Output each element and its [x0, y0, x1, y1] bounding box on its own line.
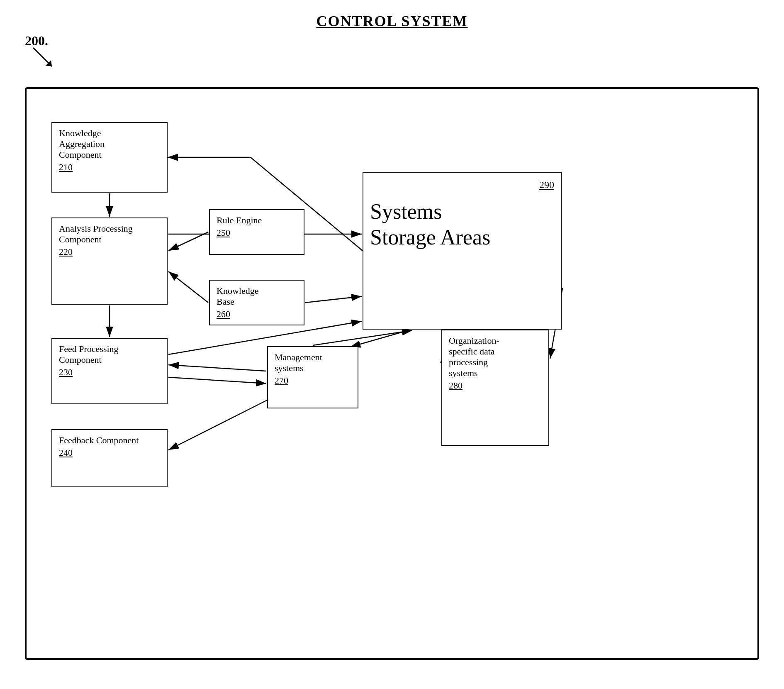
svg-line-10: [313, 330, 412, 345]
svg-line-12: [168, 365, 266, 371]
box-220: Analysis ProcessingComponent 220: [51, 217, 168, 305]
box-260: KnowledgeBase 260: [209, 280, 304, 325]
box-210: KnowledgeAggregationComponent 210: [51, 122, 168, 193]
box-230: Feed ProcessingComponent 230: [51, 338, 168, 404]
box-240: Feedback Component 240: [51, 429, 168, 487]
box-280: Organization-specific dataprocessingsyst…: [441, 330, 549, 446]
diagram-arrow-indicator: [31, 46, 56, 71]
svg-line-5: [168, 232, 208, 251]
svg-line-11: [350, 330, 408, 347]
svg-line-13: [168, 377, 266, 384]
svg-line-8: [305, 296, 362, 303]
svg-line-6: [168, 271, 208, 303]
outer-diagram-box: KnowledgeAggregationComponent 210 Analys…: [25, 87, 759, 660]
box-290: 290 SystemsStorage Areas: [363, 172, 562, 330]
page-title: CONTROL SYSTEM: [0, 12, 784, 30]
svg-line-14: [168, 400, 267, 450]
box-250: Rule Engine 250: [209, 209, 304, 255]
box-270: Managementsystems 270: [267, 346, 358, 408]
